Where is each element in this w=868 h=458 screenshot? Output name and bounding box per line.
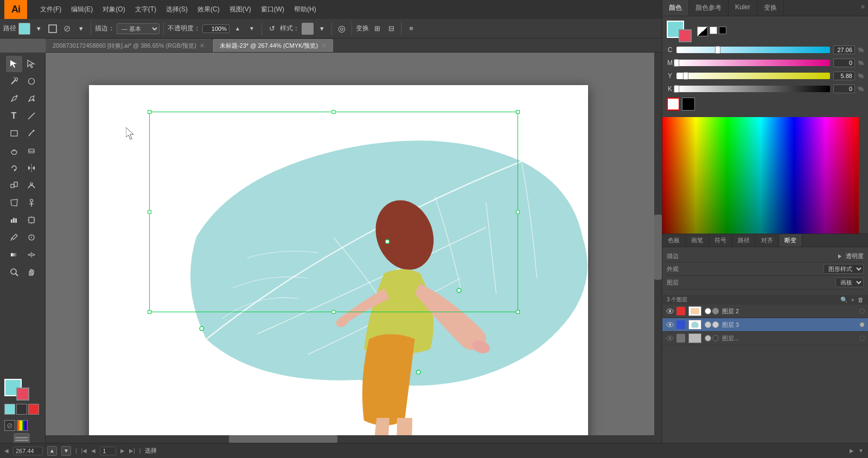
transform-label[interactable]: 变换 [356, 24, 369, 33]
fill-options-icon[interactable]: ▾ [33, 23, 44, 35]
scale-tool[interactable] [6, 177, 22, 193]
transform-icon-1[interactable]: ⊞ [371, 23, 383, 35]
red-swatch[interactable] [28, 404, 39, 415]
direct-selection-tool[interactable] [23, 56, 40, 72]
stroke-weight-dropdown[interactable]: — 基本 [117, 23, 159, 34]
rbtab-align[interactable]: 对齐 [756, 234, 779, 247]
tab-kuler[interactable]: Kuler [729, 0, 757, 16]
opacity-input[interactable] [202, 24, 229, 33]
reload-icon[interactable]: ↺ [266, 23, 278, 35]
m-slider-track[interactable] [676, 60, 830, 66]
rbtab-symbols[interactable]: 符号 [709, 234, 732, 247]
menu-object[interactable]: 对象(O) [98, 3, 129, 16]
sb-arrow-down[interactable]: ▼ [858, 448, 864, 454]
rbtab-path[interactable]: 路径 [732, 234, 756, 247]
reshape-tool[interactable] [23, 177, 40, 193]
selection-tool[interactable] [6, 56, 22, 72]
zoom-input[interactable] [13, 447, 43, 455]
right-scrollbar[interactable] [654, 53, 662, 458]
stroke-opacity-text[interactable]: 透明度 [846, 252, 864, 260]
tab-color[interactable]: 颜色 [662, 0, 689, 16]
layer-4-color-indicator[interactable] [676, 334, 685, 343]
puppet-warp-tool[interactable] [23, 195, 40, 211]
lasso-tool[interactable] [23, 73, 40, 89]
tab-transform[interactable]: 变换 [757, 0, 784, 16]
gradient-swatch[interactable] [17, 420, 28, 431]
k-slider-track[interactable] [676, 86, 830, 92]
sb-back-icon[interactable]: ◀ [91, 448, 95, 454]
layer-2-lock-toggle[interactable] [712, 308, 719, 314]
layer-3-vis-toggle[interactable] [705, 321, 711, 328]
menu-file[interactable]: 文件(F) [36, 3, 66, 16]
layer-2-eye-icon[interactable] [666, 307, 674, 315]
m-slider-thumb[interactable] [674, 59, 679, 67]
tab-color-reference[interactable]: 颜色参考 [689, 0, 729, 16]
opacity-decrease-icon[interactable]: ▼ [246, 23, 258, 35]
style-dropdown-icon[interactable]: ▾ [316, 23, 328, 35]
c-slider-thumb[interactable] [715, 46, 720, 54]
vertical-scroll-thumb[interactable] [654, 215, 662, 280]
zoom-up-btn[interactable]: ▲ [47, 446, 57, 456]
reflect-tool[interactable] [23, 160, 40, 176]
black-swatch[interactable] [719, 27, 726, 34]
gradient-tool[interactable] [6, 247, 22, 263]
pencil-tool[interactable] [23, 125, 40, 141]
menu-view[interactable]: 视图(V) [225, 3, 256, 16]
style-color-box[interactable] [302, 23, 314, 35]
layer-4-vis-toggle[interactable] [705, 335, 711, 341]
select-similar-icon[interactable]: ◎ [336, 23, 348, 35]
sb-icon-left[interactable]: ◀ [4, 448, 9, 454]
magic-wand-tool[interactable] [6, 73, 22, 89]
k-value-input[interactable] [833, 85, 855, 93]
hand-tool[interactable] [23, 264, 40, 280]
layer-3-eye-icon[interactable] [666, 320, 674, 329]
doc-tab-2[interactable]: 未标题-23* @ 267.44% (CMYK/预览) ✕ [213, 39, 333, 52]
rectangle-tool[interactable] [6, 125, 22, 141]
blob-brush-tool[interactable] [6, 143, 22, 159]
black-color-swatch[interactable] [682, 98, 695, 111]
y-slider-track[interactable] [676, 73, 830, 79]
no-stroke-icon[interactable]: ⊘ [61, 23, 73, 35]
zoom-down-btn[interactable]: ▼ [61, 446, 71, 456]
layer-2-vis-toggle[interactable] [705, 308, 711, 314]
color-spectrum[interactable] [662, 117, 859, 234]
stroke-dropdown-icon[interactable]: ▾ [75, 23, 87, 35]
sb-arrow-right[interactable]: ▶ [850, 448, 854, 454]
rbtab-brushes[interactable]: 画笔 [686, 234, 709, 247]
new-layer-icon[interactable]: + [851, 296, 854, 304]
more-options-icon[interactable]: ≡ [405, 23, 417, 35]
transform-icon-2[interactable]: ⊟ [385, 23, 397, 35]
layer-3-target[interactable] [859, 322, 865, 327]
menu-effect[interactable]: 效果(C) [193, 3, 224, 16]
sb-last-icon[interactable]: ▶| [129, 448, 135, 454]
menu-edit[interactable]: 编辑(E) [67, 3, 97, 16]
y-slider-thumb[interactable] [683, 72, 688, 80]
line-tool[interactable] [23, 108, 40, 124]
eraser-tool[interactable] [23, 143, 40, 159]
layers-dropdown[interactable]: 画板 [835, 278, 864, 287]
stroke-indicator-icon[interactable] [47, 23, 59, 35]
pen-tool[interactable] [6, 91, 22, 107]
canvas-area[interactable] [46, 53, 664, 458]
page-input[interactable] [100, 447, 116, 455]
doc-tab-1[interactable]: 2008730172458860 [转换].ai* @ 386.65% (RGB… [46, 39, 212, 52]
rbtab-gradient[interactable]: 断变 [779, 234, 802, 247]
white-swatch[interactable] [710, 27, 717, 34]
layer-4-eye-icon[interactable] [666, 334, 674, 343]
layer-item-4[interactable]: 图层... [662, 332, 868, 345]
bottom-scrollbar[interactable] [46, 435, 656, 443]
menu-select[interactable]: 选择(S) [162, 3, 192, 16]
m-value-input[interactable] [833, 59, 855, 67]
eyedropper-tool[interactable] [6, 229, 22, 246]
mesh-tool[interactable] [23, 247, 40, 263]
type-tool[interactable]: T [6, 108, 22, 124]
layer-item-2[interactable]: 图层 2 [662, 305, 868, 318]
menu-text[interactable]: 文字(T) [131, 3, 161, 16]
artboard-tool[interactable] [23, 212, 40, 228]
layer-4-lock-toggle[interactable] [712, 335, 719, 341]
white-color-swatch[interactable] [667, 98, 680, 111]
free-distort-tool[interactable] [6, 195, 22, 211]
teal-swatch[interactable] [4, 404, 15, 415]
layer-3-lock-toggle[interactable] [712, 321, 719, 328]
c-value-input[interactable] [833, 46, 855, 54]
